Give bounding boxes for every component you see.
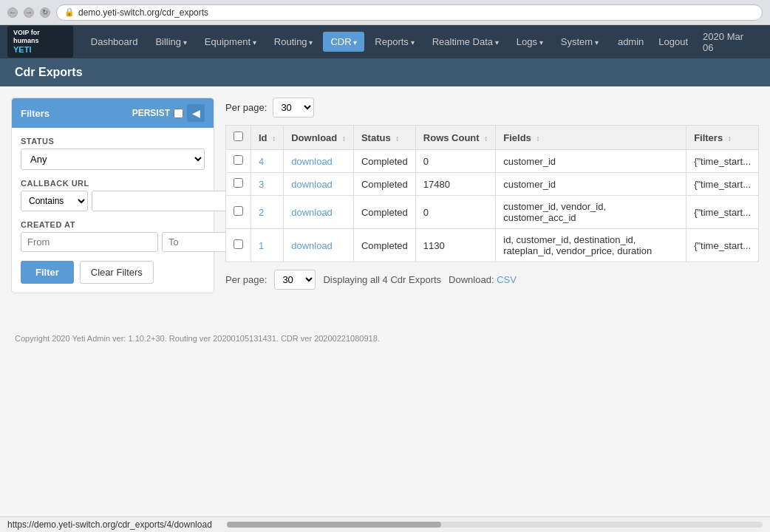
table-row: 1 download Completed 1130 id, customer_i… [226, 229, 759, 262]
per-page-label-bottom: Per page: [225, 274, 267, 285]
main-content: Filters PERSIST ◀ STATUS Any Completed P… [0, 86, 770, 304]
row-checkbox-3[interactable] [234, 239, 243, 249]
filters-sort-icon[interactable]: ↕ [728, 134, 732, 143]
top-navigation: VOIP for humans YETI Dashboard Billing E… [0, 25, 770, 58]
row-id-link-0[interactable]: 4 [259, 156, 264, 167]
nav-cdr[interactable]: CDR [323, 32, 364, 52]
row-checkbox-cell [226, 196, 251, 229]
page-title: Cdr Exports [15, 66, 83, 78]
address-bar[interactable]: 🔒 demo.yeti-switch.org/cdr_exports [56, 4, 763, 21]
row-checkbox-2[interactable] [234, 206, 243, 216]
status-filter-select[interactable]: Any Completed Pending Failed [21, 149, 205, 170]
row-fields-0: customer_id [496, 150, 686, 173]
page-footer: Copyright 2020 Yeti Admin ver: 1.10.2+30… [0, 327, 770, 350]
forward-button[interactable]: → [24, 7, 34, 18]
per-page-select-top[interactable]: 10 20 30 50 100 [273, 98, 314, 117]
page-header: Cdr Exports [0, 58, 770, 86]
filter-status-group: STATUS Any Completed Pending Failed [21, 137, 205, 170]
footer-text: Copyright 2020 Yeti Admin ver: 1.10.2+30… [15, 334, 380, 343]
row-download-3: download [284, 229, 354, 262]
select-all-header [226, 126, 251, 150]
persist-label: PERSIST [132, 108, 170, 118]
filter-created-at-group: CREATED AT [21, 220, 205, 252]
per-page-select-bottom[interactable]: 10 20 30 50 100 [274, 270, 316, 290]
csv-download-link[interactable]: CSV [497, 274, 517, 285]
filters-panel: Filters PERSIST ◀ STATUS Any Completed P… [11, 98, 214, 293]
row-download-link-0[interactable]: download [291, 156, 333, 167]
row-id-link-1[interactable]: 3 [259, 179, 264, 190]
col-fields: Fields ↕ [496, 126, 686, 150]
callback-type-select[interactable]: Contains Equals Starts with [21, 191, 88, 211]
row-rows-count-1: 17480 [415, 173, 495, 196]
download-csv: Download: CSV [449, 274, 517, 285]
fields-sort-icon[interactable]: ↕ [536, 134, 539, 143]
row-fields-1: customer_id [496, 173, 686, 196]
browser-chrome: ← → ↻ 🔒 demo.yeti-switch.org/cdr_exports [0, 0, 770, 25]
row-checkbox-cell [226, 173, 251, 196]
persist-toggle: PERSIST ◀ [132, 104, 205, 122]
row-filters-0: {"time_start... [686, 150, 759, 173]
row-checkbox-1[interactable] [234, 178, 243, 188]
table-row: 3 download Completed 17480 customer_id {… [226, 173, 759, 196]
nav-logs[interactable]: Logs [509, 32, 551, 52]
col-id: Id ↕ [251, 126, 284, 150]
row-checkbox-cell [226, 150, 251, 173]
filter-callback-group: CALLBACK URL Contains Equals Starts with [21, 179, 205, 211]
nav-dashboard[interactable]: Dashboard [84, 32, 146, 52]
col-rows-count: Rows Count ↕ [415, 126, 495, 150]
row-id-0: 4 [251, 150, 284, 173]
date-range-row [21, 232, 205, 252]
nav-equipment[interactable]: Equipment [197, 32, 264, 52]
callback-row: Contains Equals Starts with [21, 191, 205, 211]
row-id-link-3[interactable]: 1 [259, 240, 264, 251]
persist-checkbox[interactable] [174, 109, 183, 118]
back-button[interactable]: ← [7, 7, 18, 18]
nav-billing[interactable]: Billing [148, 32, 194, 52]
filter-button[interactable]: Filter [21, 261, 74, 284]
row-rows-count-0: 0 [415, 150, 495, 173]
row-id-3: 1 [251, 229, 284, 262]
rows-count-sort-icon[interactable]: ↕ [484, 134, 488, 143]
row-id-link-2[interactable]: 2 [259, 207, 264, 218]
nav-routing[interactable]: Routing [267, 32, 321, 52]
select-all-checkbox[interactable] [234, 132, 243, 141]
nav-date: 2020 Mar 06 [697, 27, 763, 58]
nav-reports[interactable]: Reports [367, 32, 421, 52]
row-id-1: 3 [251, 173, 284, 196]
row-checkbox-0[interactable] [234, 155, 243, 165]
row-download-link-1[interactable]: download [291, 179, 333, 190]
id-sort-icon[interactable]: ↕ [272, 134, 276, 143]
filters-body: STATUS Any Completed Pending Failed CALL… [12, 128, 214, 293]
col-download: Download ↕ [284, 126, 354, 150]
row-status-2: Completed [353, 196, 415, 229]
reload-button[interactable]: ↻ [40, 7, 50, 18]
filter-actions: Filter Clear Filters [21, 261, 205, 284]
row-download-1: download [284, 173, 354, 196]
row-filters-1: {"time_start... [686, 173, 759, 196]
per-page-row-top: Per page: 10 20 30 50 100 [225, 98, 759, 117]
date-from-input[interactable] [21, 232, 158, 252]
clear-filters-button[interactable]: Clear Filters [80, 261, 154, 284]
filters-title: Filters [21, 108, 50, 119]
callback-value-input[interactable] [92, 191, 229, 211]
collapse-filters-button[interactable]: ◀ [187, 104, 205, 122]
created-at-label: CREATED AT [21, 220, 205, 229]
row-filters-3: {"time_start... [686, 229, 759, 262]
logo: VOIP for humans YETI [7, 26, 73, 58]
row-fields-2: customer_id, vendor_id, customer_acc_id [496, 196, 686, 229]
nav-realtime-data[interactable]: Realtime Data [425, 32, 506, 52]
nav-admin[interactable]: admin [612, 32, 650, 52]
row-status-1: Completed [353, 173, 415, 196]
displaying-label: Displaying all 4 Cdr Exports [323, 274, 441, 285]
row-download-link-2[interactable]: download [291, 207, 333, 218]
download-sort-icon[interactable]: ↕ [342, 134, 346, 143]
table-row: 4 download Completed 0 customer_id {"tim… [226, 150, 759, 173]
row-download-link-3[interactable]: download [291, 240, 333, 251]
per-page-label: Per page: [225, 102, 267, 113]
row-id-2: 2 [251, 196, 284, 229]
status-sort-icon[interactable]: ↕ [395, 134, 399, 143]
nav-system[interactable]: System [553, 32, 606, 52]
row-checkbox-cell [226, 229, 251, 262]
nav-logout[interactable]: Logout [653, 32, 694, 52]
callback-url-label: CALLBACK URL [21, 179, 205, 188]
